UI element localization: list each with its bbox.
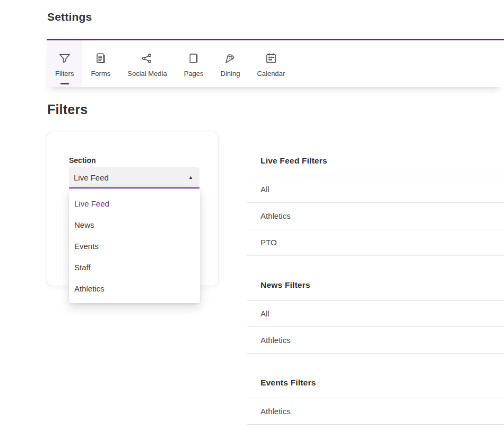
filter-lists-panel: Live Feed Filters All Athletics PTO News… — [247, 132, 504, 425]
filter-rows: Athletics — [247, 398, 504, 425]
calendar-icon — [264, 51, 278, 66]
content-row: Section Live Feed ▲ Live Feed News Event… — [0, 132, 504, 425]
filter-rows: All Athletics — [247, 300, 504, 354]
section-select[interactable]: Live Feed ▲ — [69, 167, 199, 188]
group-title: Events Filters — [260, 377, 504, 388]
tab-pages[interactable]: Pages — [176, 40, 212, 87]
share-icon — [140, 51, 154, 66]
caret-up-icon: ▲ — [188, 175, 193, 180]
section-field-label: Section — [69, 156, 218, 165]
filter-row[interactable]: Athletics — [247, 327, 504, 353]
book-icon — [187, 51, 201, 66]
filter-rows: All Athletics PTO — [247, 176, 504, 256]
settings-page: Settings Filters Forms Social Media — [0, 0, 504, 429]
documents-icon — [94, 51, 108, 66]
filter-group-news: News Filters All Athletics — [247, 280, 504, 354]
filter-row[interactable]: All — [247, 176, 504, 202]
group-title: News Filters — [260, 280, 504, 290]
section-dropdown-menu: Live Feed News Events Staff Athletics — [69, 188, 200, 303]
tab-social-media[interactable]: Social Media — [119, 40, 175, 87]
filter-row[interactable]: Athletics — [247, 398, 504, 424]
section-select-value: Live Feed — [74, 173, 109, 182]
tab-filters[interactable]: Filters — [47, 40, 82, 87]
settings-tabbar: Filters Forms Social Media Pages — [47, 40, 504, 87]
tab-label: Calendar — [257, 70, 285, 78]
dropdown-option-live-feed[interactable]: Live Feed — [69, 193, 200, 214]
page-title: Settings — [0, 0, 504, 24]
filter-row[interactable]: Athletics — [247, 202, 504, 229]
section-card: Section Live Feed ▲ Live Feed News Event… — [47, 132, 219, 286]
section-card-column: Section Live Feed ▲ Live Feed News Event… — [0, 132, 247, 286]
tab-dining[interactable]: Dining — [212, 40, 249, 87]
active-tab-underline — [60, 83, 69, 84]
filters-heading: Filters — [47, 102, 504, 117]
filter-group-events: Events Filters Athletics — [247, 377, 504, 425]
tab-label: Dining — [221, 70, 240, 78]
dropdown-option-athletics[interactable]: Athletics — [69, 278, 200, 299]
filter-row[interactable]: PTO — [247, 229, 504, 255]
funnel-icon — [58, 51, 72, 66]
tab-label: Social Media — [127, 70, 167, 78]
tab-calendar[interactable]: Calendar — [248, 40, 293, 87]
tab-label: Forms — [91, 70, 110, 78]
dropdown-option-staff[interactable]: Staff — [69, 256, 200, 278]
filter-row[interactable]: All — [247, 300, 504, 327]
group-title: Live Feed Filters — [260, 156, 504, 166]
dropdown-option-events[interactable]: Events — [69, 235, 200, 256]
tab-label: Filters — [55, 70, 74, 78]
pizza-icon — [223, 51, 237, 66]
dropdown-option-news[interactable]: News — [69, 214, 200, 235]
tab-forms[interactable]: Forms — [82, 40, 119, 87]
tab-label: Pages — [184, 70, 204, 78]
filter-group-live-feed: Live Feed Filters All Athletics PTO — [247, 156, 504, 256]
